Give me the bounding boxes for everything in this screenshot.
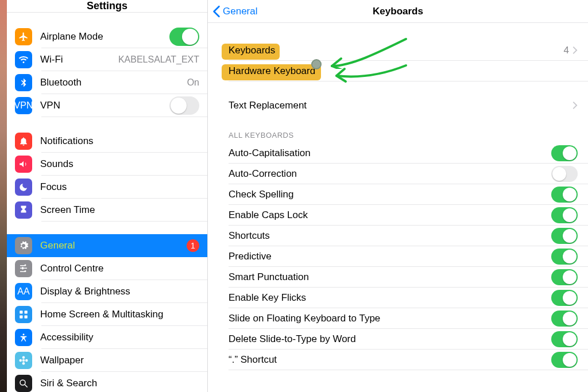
toggle-row-label: Enable Key Flicks	[229, 292, 306, 304]
sidebar-item-screen-time[interactable]: Screen Time	[7, 199, 207, 222]
toggle-switch[interactable]	[551, 145, 578, 161]
sidebar-item-display-brightness[interactable]: AADisplay & Brightness	[7, 280, 207, 303]
sidebar-item-wallpaper[interactable]: Wallpaper	[7, 349, 207, 372]
sidebar-item-label: Wi-Fi	[40, 54, 118, 65]
sidebar-item-label: Bluetooth	[40, 77, 187, 88]
sidebar-item-detail: On	[187, 77, 199, 88]
sidebar-item-control-centre[interactable]: Control Centre	[7, 257, 207, 280]
svg-point-10	[20, 380, 25, 385]
toggle-row-enable-key-flicks[interactable]: Enable Key Flicks	[208, 288, 588, 308]
toggle-switch[interactable]	[551, 187, 578, 203]
settings-sidebar: Settings Airplane ModeWi-FiKABELSALAT_EX…	[7, 0, 208, 392]
sidebar-item-label: Display & Brightness	[40, 286, 199, 297]
sidebar-item-notifications[interactable]: Notifications	[7, 130, 207, 153]
toggle-row-label: Enable Caps Lock	[229, 209, 308, 221]
toggle-switch[interactable]	[551, 249, 578, 265]
toggle-row-auto-correction[interactable]: Auto-Correction	[208, 164, 588, 184]
sidebar-item-label: Wallpaper	[40, 355, 199, 366]
svg-rect-1	[25, 311, 28, 313]
toggle-row-label: Delete Slide-to-Type by Word	[229, 333, 356, 345]
svg-rect-2	[20, 316, 22, 319]
svg-line-11	[25, 385, 28, 387]
sidebar-item-wi-fi[interactable]: Wi-FiKABELSALAT_EXT	[7, 48, 207, 71]
vpn-icon: VPN	[15, 97, 32, 114]
toggle-switch[interactable]	[169, 28, 199, 46]
chevron-right-icon	[572, 44, 578, 57]
gear-icon	[15, 237, 32, 254]
decorative-left-edge	[0, 0, 7, 392]
sidebar-item-home-screen-multitasking[interactable]: Home Screen & Multitasking	[7, 303, 207, 326]
sidebar-item-accessibility[interactable]: Accessibility	[7, 326, 207, 349]
section-header: ALL KEYBOARDS	[208, 116, 588, 143]
moon-icon	[15, 178, 32, 196]
sidebar-item-vpn[interactable]: VPNVPN	[7, 94, 207, 117]
svg-point-9	[25, 359, 28, 362]
svg-point-5	[22, 359, 25, 362]
svg-point-6	[22, 356, 25, 359]
detail-header: General Keyboards	[208, 0, 588, 23]
detail-pane: General Keyboards Keyboards4Hardware Key…	[208, 0, 588, 392]
sidebar-item-label: Siri & Search	[40, 378, 199, 389]
sidebar-item-airplane-mode[interactable]: Airplane Mode	[7, 25, 207, 48]
sidebar-item-label: Screen Time	[40, 204, 199, 216]
toggle-row-shortcuts[interactable]: Shortcuts	[208, 226, 588, 246]
hourglass-icon	[15, 201, 32, 219]
sidebar-item-label: Accessibility	[40, 332, 199, 343]
toggle-switch[interactable]	[169, 96, 199, 115]
svg-point-4	[23, 333, 25, 335]
access-icon	[15, 329, 32, 346]
nav-row-hardware-keyboard[interactable]: Hardware Keyboard	[208, 61, 588, 81]
sidebar-item-sounds[interactable]: Sounds	[7, 153, 207, 176]
toggle-switch[interactable]	[551, 311, 578, 327]
toggle-row-label: Shortcuts	[229, 230, 270, 242]
toggle-switch[interactable]	[551, 228, 578, 244]
toggle-row-auto-capitalisation[interactable]: Auto-Capitalisation	[208, 143, 588, 164]
bluetooth-icon	[15, 74, 32, 91]
svg-rect-3	[25, 316, 28, 319]
nav-row-text-replacement[interactable]: Text Replacement	[208, 95, 588, 116]
aa-icon: AA	[15, 283, 32, 300]
sidebar-item-label: Focus	[40, 181, 199, 193]
toggle-row-delete-slide-to-type-by-word[interactable]: Delete Slide-to-Type by Word	[208, 329, 588, 350]
sidebar-item-label: Sounds	[40, 158, 199, 170]
grid-icon	[15, 306, 32, 323]
back-label: General	[223, 6, 257, 17]
wifi-icon	[15, 51, 32, 68]
toggle-row-label: Smart Punctuation	[229, 271, 309, 283]
search-icon	[15, 375, 32, 392]
toggle-switch[interactable]	[551, 331, 578, 347]
sidebar-item-label: Notifications	[40, 135, 199, 147]
toggle-row-label: Predictive	[229, 251, 272, 262]
toggle-switch[interactable]	[551, 352, 578, 368]
detail-title: Keyboards	[373, 6, 423, 17]
svg-point-7	[22, 362, 25, 365]
sidebar-item-general[interactable]: General1	[7, 234, 207, 257]
toggle-switch[interactable]	[551, 269, 578, 285]
sidebar-item-focus[interactable]: Focus	[7, 176, 207, 199]
toggle-switch[interactable]	[551, 166, 578, 182]
nav-row-label: Text Replacement	[229, 100, 307, 111]
toggle-row-slide-on-floating-keyboard-to-type[interactable]: Slide on Floating Keyboard to Type	[208, 308, 588, 329]
toggle-row-enable-caps-lock[interactable]: Enable Caps Lock	[208, 205, 588, 226]
back-button[interactable]: General	[212, 0, 257, 23]
toggle-row-check-spelling[interactable]: Check Spelling	[208, 184, 588, 205]
sidebar-title: Settings	[7, 0, 207, 13]
nav-row-label: Hardware Keyboard	[229, 65, 315, 77]
sidebar-item-siri-search[interactable]: Siri & Search	[7, 372, 207, 392]
toggle-row-label: “.” Shortcut	[229, 354, 277, 366]
nav-row-value: 4	[564, 45, 569, 56]
sliders-icon	[15, 260, 32, 277]
toggle-row--shortcut[interactable]: “.” Shortcut	[208, 350, 588, 370]
toggle-row-predictive[interactable]: Predictive	[208, 246, 588, 267]
toggle-switch[interactable]	[551, 290, 578, 306]
toggle-switch[interactable]	[551, 207, 578, 223]
sidebar-item-label: General	[40, 240, 187, 251]
nav-row-keyboards[interactable]: Keyboards4	[208, 40, 588, 61]
bell-icon	[15, 133, 32, 150]
sidebar-item-label: Home Screen & Multitasking	[40, 309, 199, 320]
svg-rect-0	[20, 311, 22, 313]
sidebar-item-label: Airplane Mode	[40, 31, 169, 42]
sidebar-item-bluetooth[interactable]: BluetoothOn	[7, 71, 207, 94]
toggle-row-label: Slide on Floating Keyboard to Type	[229, 313, 380, 324]
toggle-row-smart-punctuation[interactable]: Smart Punctuation	[208, 267, 588, 288]
